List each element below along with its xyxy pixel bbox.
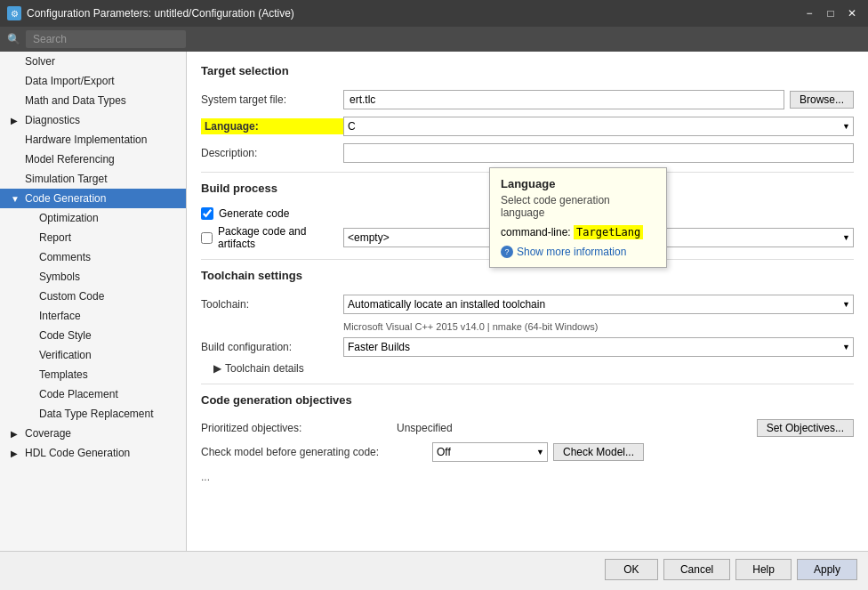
cmdline-value: TargetLang: [574, 225, 643, 239]
sidebar-item-comments[interactable]: Comments: [0, 247, 186, 267]
check-model-label: Check model before generating code:: [201, 446, 432, 458]
help-button[interactable]: Help: [735, 559, 792, 580]
language-row: Language: C C++ ▼: [201, 117, 854, 136]
toolchain-details-label: Toolchain details: [225, 362, 304, 375]
sidebar-item-label: HDL Code Generation: [25, 447, 130, 459]
cmdline-prefix: command-line:: [501, 226, 574, 238]
maximize-button[interactable]: □: [822, 4, 840, 22]
sidebar-item-label: Interface: [39, 310, 81, 322]
sidebar-item-label: Data Import/Export: [25, 75, 115, 87]
system-target-file-input[interactable]: [343, 90, 784, 109]
sidebar-item-verification[interactable]: Verification: [0, 345, 186, 365]
sidebar-item-report[interactable]: Report: [0, 228, 186, 247]
sidebar-item-diagnostics[interactable]: ▶ Diagnostics: [0, 110, 186, 130]
objectives-title: Code generation objectives: [201, 393, 854, 410]
sidebar-item-label: Code Placement: [39, 388, 118, 400]
search-input[interactable]: [26, 30, 186, 48]
check-model-select[interactable]: Off On: [432, 442, 548, 462]
check-model-select-container: Off On ▼: [432, 442, 548, 462]
sidebar-item-label: Diagnostics: [25, 114, 80, 126]
sidebar-item-simulation-target[interactable]: Simulation Target: [0, 169, 186, 189]
close-button[interactable]: ✕: [843, 4, 861, 22]
sidebar: Solver Data Import/Export Math and Data …: [0, 52, 187, 551]
language-tooltip: Language Select code generation language…: [489, 167, 667, 268]
sidebar-item-label: Data Type Replacement: [39, 408, 154, 420]
build-config-label: Build configuration:: [201, 341, 343, 353]
sidebar-item-data-type-replacement[interactable]: Data Type Replacement: [0, 404, 186, 424]
sidebar-item-label: Templates: [39, 368, 88, 381]
app-icon: ⚙: [7, 6, 21, 20]
minimize-button[interactable]: −: [800, 4, 818, 22]
sidebar-item-label: Optimization: [39, 212, 99, 224]
set-objectives-button[interactable]: Set Objectives...: [757, 419, 854, 437]
search-icon: 🔍: [7, 33, 20, 45]
description-row: Description:: [201, 143, 854, 163]
show-more-info-link[interactable]: ? Show more information: [501, 246, 655, 258]
language-select-container: C C++ ▼: [343, 117, 854, 136]
expand-icon: ▶: [11, 116, 21, 125]
sidebar-item-hardware[interactable]: Hardware Implementation: [0, 130, 186, 150]
toolchain-select-container: Automatically locate an installed toolch…: [343, 295, 854, 314]
generate-code-checkbox[interactable]: [201, 207, 213, 220]
expand-icon: ▶: [11, 429, 21, 439]
sidebar-item-label: Simulation Target: [25, 173, 108, 185]
ok-button[interactable]: OK: [605, 559, 658, 580]
sidebar-item-label: Comments: [39, 251, 91, 263]
toolchain-row: Toolchain: Automatically locate an insta…: [201, 295, 854, 314]
build-config-select[interactable]: Faster Builds: [343, 337, 854, 357]
sidebar-item-templates[interactable]: Templates: [0, 365, 186, 384]
prioritized-objectives-row: Prioritized objectives: Unspecified Set …: [201, 419, 854, 437]
build-config-row: Build configuration: Faster Builds ▼: [201, 337, 854, 357]
target-selection-title: Target selection: [201, 64, 854, 81]
title-bar: ⚙ Configuration Parameters: untitled/Con…: [0, 0, 868, 27]
sidebar-item-label: Hardware Implementation: [25, 133, 147, 146]
sidebar-item-custom-code[interactable]: Custom Code: [0, 287, 186, 306]
prioritized-label: Prioritized objectives:: [201, 422, 397, 434]
sidebar-item-hdl-code-gen[interactable]: ▶ HDL Code Generation: [0, 443, 186, 463]
sidebar-item-math-data[interactable]: Math and Data Types: [0, 91, 186, 110]
sidebar-item-solver[interactable]: Solver: [0, 52, 186, 71]
divider-3: [201, 384, 854, 384]
toolchain-details-toggle[interactable]: ▶ Toolchain details: [213, 362, 854, 375]
cancel-button[interactable]: Cancel: [663, 559, 730, 580]
generate-code-label: Generate code: [219, 207, 289, 220]
toolchain-desc: Microsoft Visual C++ 2015 v14.0 | nmake …: [343, 321, 854, 332]
language-select[interactable]: C C++: [343, 117, 854, 136]
sidebar-item-model-ref[interactable]: Model Referencing: [0, 150, 186, 169]
description-input[interactable]: [343, 143, 854, 163]
system-target-file-row: System target file: Browse...: [201, 90, 854, 109]
browse-button[interactable]: Browse...: [790, 91, 854, 109]
prioritized-value: Unspecified: [397, 422, 751, 434]
sidebar-item-code-style[interactable]: Code Style: [0, 326, 186, 345]
sidebar-item-label: Code Generation: [25, 192, 106, 205]
sidebar-item-label: Solver: [25, 55, 55, 68]
sidebar-item-label: Math and Data Types: [25, 94, 126, 107]
tooltip-cmdline: command-line: TargetLang: [501, 226, 655, 238]
toolchain-settings-title: Toolchain settings: [201, 269, 854, 286]
content-area: Target selection System target file: Bro…: [187, 52, 868, 551]
sidebar-item-optimization[interactable]: Optimization: [0, 208, 186, 228]
toolchain-select[interactable]: Automatically locate an installed toolch…: [343, 295, 854, 314]
apply-button[interactable]: Apply: [797, 559, 857, 580]
sidebar-item-code-generation[interactable]: ▼ Code Generation: [0, 189, 186, 208]
sidebar-item-label: Custom Code: [39, 290, 104, 303]
package-code-label: Package code and artifacts: [218, 225, 343, 250]
sidebar-item-label: Model Referencing: [25, 153, 115, 166]
expand-icon: ▶: [11, 449, 21, 458]
sidebar-item-coverage[interactable]: ▶ Coverage: [0, 424, 186, 443]
sidebar-item-interface[interactable]: Interface: [0, 306, 186, 326]
sidebar-item-data-import[interactable]: Data Import/Export: [0, 71, 186, 91]
main-container: Solver Data Import/Export Math and Data …: [0, 52, 868, 551]
check-model-button[interactable]: Check Model...: [553, 443, 644, 461]
sidebar-item-symbols[interactable]: Symbols: [0, 267, 186, 287]
package-code-checkbox[interactable]: [201, 232, 213, 244]
sidebar-item-code-placement[interactable]: Code Placement: [0, 384, 186, 404]
search-bar: 🔍: [0, 27, 868, 52]
more-info-label: Show more information: [517, 246, 626, 258]
sidebar-item-label: Code Style: [39, 329, 92, 342]
sidebar-item-label: Symbols: [39, 271, 80, 283]
build-config-select-container: Faster Builds ▼: [343, 337, 854, 357]
language-label: Language:: [201, 118, 343, 134]
window-title: Configuration Parameters: untitled/Confi…: [27, 7, 800, 20]
check-model-row: Check model before generating code: Off …: [201, 442, 854, 462]
